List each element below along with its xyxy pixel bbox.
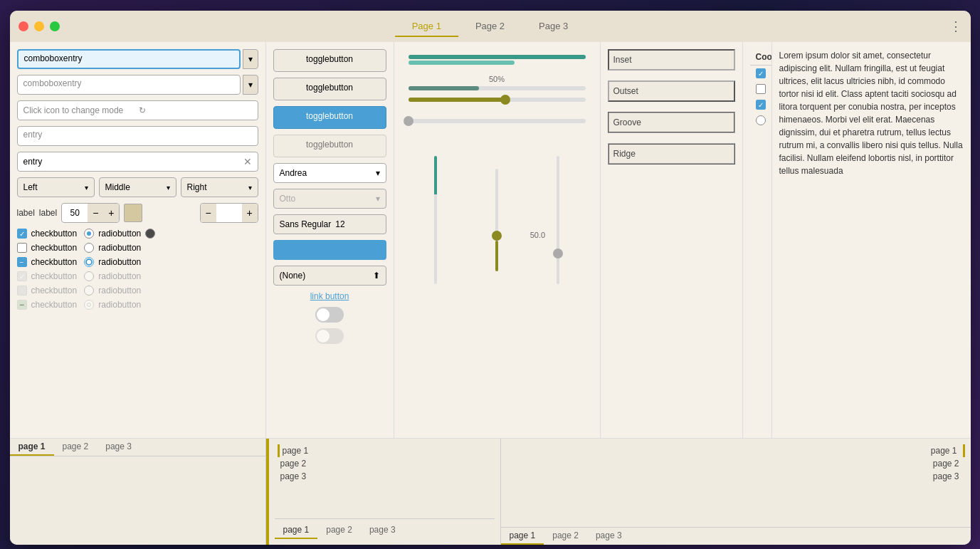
spin2-plus[interactable]: + (242, 204, 258, 222)
check2[interactable]: checkbutton (17, 243, 78, 253)
combo1-arrow[interactable]: ▾ (243, 49, 258, 69)
combo2-row: comboboxentry ▾ (17, 75, 258, 95)
spin-minus[interactable]: − (88, 204, 103, 222)
color-bar[interactable] (273, 240, 386, 260)
btab-left-p3[interactable]: page 3 (97, 439, 140, 456)
slider-h4[interactable] (409, 119, 586, 133)
color-box[interactable] (124, 204, 142, 222)
combo2-arrow[interactable]: ▾ (243, 75, 258, 95)
radio2[interactable]: radiobutton (84, 243, 155, 253)
radios-col: radiobutton radiobutton radiobutton (84, 229, 155, 310)
right-btab-p2[interactable]: page 2 (544, 528, 587, 545)
bottom-left-tabs: page 1 page 2 page 3 (10, 439, 265, 456)
radiobutton2[interactable] (84, 243, 94, 253)
toggle3[interactable]: togglebutton (273, 106, 386, 129)
icon-entry-text: Click icon to change mode (23, 105, 137, 115)
radio4: radiobutton (84, 271, 155, 281)
center-btab-p2[interactable]: page 2 (317, 522, 361, 539)
right-p2[interactable]: page 2 (927, 457, 965, 470)
radio6-label: radiobutton (98, 300, 141, 310)
center-p1[interactable]: page 1 (278, 444, 495, 457)
clear-icon[interactable]: ✕ (243, 156, 252, 167)
dropdown-right[interactable]: Right▾ (181, 177, 258, 197)
center-p2[interactable]: page 2 (275, 457, 495, 470)
dropdown-middle[interactable]: Middle▾ (99, 177, 176, 197)
toggle4: togglebutton (273, 135, 386, 157)
lorem-text: Lorem ipsum dolor sit amet, consectetur … (779, 49, 964, 177)
v-slider2[interactable]: 50.0 (477, 156, 517, 284)
font-size: 12 (335, 219, 344, 229)
v-slider3[interactable] (538, 156, 578, 284)
slider-h3[interactable] (409, 98, 586, 112)
combo-andrea[interactable]: Andrea ▾ (273, 163, 386, 183)
frame-groove: Groove (608, 112, 735, 133)
titlebar: Page 1 Page 2 Page 3 ⋮ (10, 11, 971, 42)
radio6: radiobutton (84, 300, 155, 310)
checkbox4: ✓ (17, 271, 27, 281)
table-row[interactable]: ✓ ● Andrea Cimi (750, 66, 771, 82)
menu-dots[interactable]: ⋮ (949, 19, 962, 34)
link-button[interactable]: link button (273, 291, 386, 301)
spin2-minus[interactable]: − (201, 204, 216, 222)
spin2-input[interactable] (216, 208, 242, 218)
entry2-input[interactable] (23, 157, 243, 167)
right-btab-p3[interactable]: page 3 (587, 528, 631, 545)
cell-cool1: ✓ (750, 66, 771, 82)
toggle1[interactable]: togglebutton (273, 49, 386, 72)
btab-left-p2[interactable]: page 2 (54, 439, 98, 456)
dropdown-left[interactable]: Left▾ (17, 177, 95, 197)
text-panel: Lorem ipsum dolor sit amet, consectetur … (771, 42, 971, 438)
center-btab-p1[interactable]: page 1 (275, 522, 318, 539)
right-p1[interactable]: page 1 (925, 444, 965, 457)
table-row[interactable]: ! Otto chaotic (750, 81, 771, 97)
toggle2[interactable]: togglebutton (273, 78, 386, 100)
switch1[interactable] (315, 307, 344, 323)
spin-plus[interactable]: + (103, 204, 119, 222)
checkbox3[interactable]: − (17, 257, 27, 267)
file-row[interactable]: (None) ⬆ (273, 266, 386, 286)
table-row[interactable]: ✓ ☽ Orville Redenbacher (750, 97, 771, 113)
frame-inset: Inset (608, 49, 735, 70)
radio3-label: radiobutton (98, 257, 141, 267)
checkbox1[interactable]: ✓ (17, 229, 27, 239)
tab-page3[interactable]: Page 3 (522, 16, 585, 37)
col-cool[interactable]: Cool (750, 49, 771, 66)
center-p3[interactable]: page 3 (275, 470, 495, 483)
radiobutton3[interactable] (84, 257, 94, 267)
radiobutton1[interactable] (84, 229, 94, 239)
table-row[interactable]: 👨‍🍳 Benjamin Company (750, 113, 771, 130)
maximize-button[interactable] (50, 21, 60, 31)
spin-row: label label − + − + (17, 203, 258, 223)
entry2-row: ✕ (17, 152, 258, 172)
check2-label: checkbutton (31, 243, 78, 253)
btab-left-p1[interactable]: page 1 (10, 439, 54, 456)
spinbox2: − + (200, 203, 258, 223)
minimize-button[interactable] (34, 21, 44, 31)
tab-page2[interactable]: Page 2 (458, 16, 522, 37)
radio3[interactable]: radiobutton (84, 257, 155, 267)
upload-icon[interactable]: ⬆ (373, 271, 380, 281)
right-p3[interactable]: page 3 (927, 470, 965, 483)
checkbox2[interactable] (17, 243, 27, 253)
check6: − checkbutton (17, 300, 78, 310)
spinbox1: − + (61, 203, 120, 223)
check1[interactable]: ✓ checkbutton (17, 229, 78, 239)
radiobutton4 (84, 271, 94, 281)
tree-panel: Cool Icon Name Nick ✓ ● Andrea Cimi (743, 42, 771, 438)
check3[interactable]: − checkbutton (17, 257, 78, 267)
entry1[interactable]: entry (17, 126, 258, 146)
v-sliders: 50.0 (401, 149, 593, 291)
checkbox6: − (17, 300, 27, 310)
v-slider1[interactable] (416, 156, 455, 284)
center-btab-p3[interactable]: page 3 (361, 522, 404, 539)
tab-page1[interactable]: Page 1 (395, 16, 458, 37)
close-button[interactable] (19, 21, 28, 31)
radio1[interactable]: radiobutton (84, 229, 155, 239)
bottom-center: page 1 page 2 page 3 page 1 page 2 page … (266, 439, 501, 545)
combo1-entry[interactable]: comboboxentry (17, 49, 241, 69)
refresh-icon[interactable]: ↻ (139, 105, 252, 115)
spin-input[interactable] (62, 208, 88, 218)
combo2-entry[interactable]: comboboxentry (17, 75, 241, 95)
right-btab-p1[interactable]: page 1 (501, 528, 544, 545)
font-row[interactable]: Sans Regular 12 (273, 214, 386, 234)
